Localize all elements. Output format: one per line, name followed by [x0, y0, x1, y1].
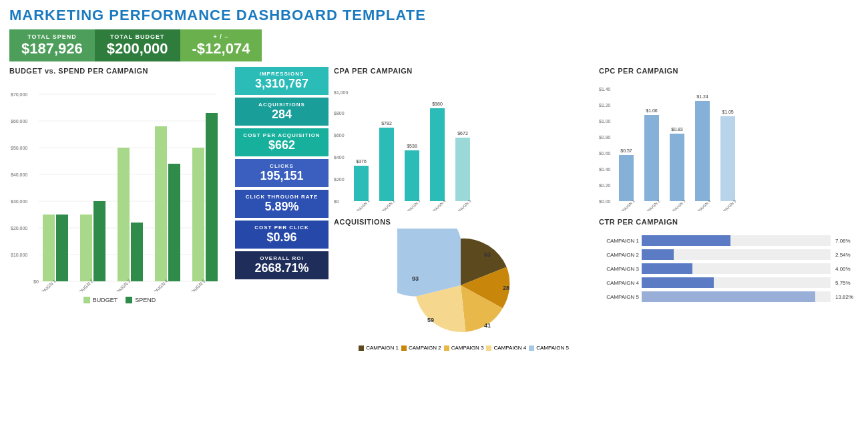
- svg-text:$40,000: $40,000: [11, 172, 27, 177]
- ctr-row-c3: CAMPAIGN 3 4.00%: [599, 263, 859, 274]
- svg-text:$538: $538: [407, 144, 417, 148]
- cpa-chart: $0 $200 $400 $600 $800 $1,000 $376 $782: [334, 78, 501, 211]
- svg-text:$0.40: $0.40: [599, 167, 611, 172]
- kpi-spend: TOTAL SPEND $187,926: [9, 29, 95, 61]
- metric-ctr: CLICK THROUGH RATE 5.89%: [235, 190, 329, 218]
- charts-row-1: CPA PER CAMPAIGN $0 $200 $400 $600 $800 …: [334, 67, 859, 214]
- svg-text:$376: $376: [356, 159, 367, 164]
- svg-text:$672: $672: [457, 131, 468, 136]
- ctr-row-c2: CAMPAIGN 2 2.54%: [599, 249, 859, 260]
- svg-text:$0.80: $0.80: [599, 135, 611, 140]
- ctr-row-c4: CAMPAIGN 4 5.75%: [599, 277, 859, 288]
- budget-color: [83, 297, 90, 303]
- svg-text:$50,000: $50,000: [11, 146, 27, 150]
- pie-legend: CAMPAIGN 1 CAMPAIGN 2 CAMPAIGN 3: [359, 345, 569, 351]
- pie-legend-c1: CAMPAIGN 1: [359, 345, 399, 351]
- cpa-c5: [455, 138, 470, 201]
- bar-c5-spend: [206, 113, 218, 281]
- acquisitions-panel: ACQUISITIONS: [334, 218, 594, 351]
- legend-spend: SPEND: [126, 297, 156, 303]
- charts-row-2: ACQUISITIONS: [334, 218, 859, 351]
- svg-text:28: 28: [503, 285, 509, 291]
- ctr-bars: CAMPAIGN 1 7.06% CAMPAIGN 2 2.54%: [599, 229, 859, 302]
- svg-text:$0.57: $0.57: [620, 148, 632, 153]
- ctr-row-c1: CAMPAIGN 1 7.06%: [599, 235, 859, 246]
- cpa-c3: [405, 150, 419, 201]
- svg-text:$1.05: $1.05: [722, 110, 734, 114]
- bar-c3-spend: [131, 223, 143, 281]
- svg-text:$0.00: $0.00: [599, 199, 611, 204]
- svg-text:$0: $0: [334, 199, 339, 204]
- legend-budget: BUDGET: [83, 297, 118, 303]
- budget-spend-title: BUDGET vs. SPEND PER CAMPAIGN: [9, 67, 230, 75]
- metric-cpa: COST PER ACQUISITION $662: [235, 128, 329, 156]
- cpc-panel: CPC PER CAMPAIGN $0.00 $0.20 $0.40 $0.60…: [599, 67, 859, 214]
- bar-c4-spend: [168, 164, 180, 281]
- pie-container: 63 28 41 59 93 CAMPAIGN 1: [334, 229, 594, 351]
- right-section: CPA PER CAMPAIGN $0 $200 $400 $600 $800 …: [334, 67, 859, 351]
- page-title: MARKETING PERFORMANCE DASHBOARD TEMPLATE: [9, 7, 859, 24]
- kpi-boxes: TOTAL SPEND $187,926 TOTAL BUDGET $200,0…: [9, 29, 262, 61]
- bar-c2-spend: [93, 201, 105, 281]
- kpi-budget: TOTAL BUDGET $200,000: [95, 29, 180, 61]
- svg-text:$60,000: $60,000: [11, 119, 27, 124]
- metric-clicks: CLICKS 195,151: [235, 159, 329, 187]
- metric-impressions: IMPRESSIONS 3,310,767: [235, 67, 329, 95]
- cpa-c4: [430, 108, 445, 201]
- pie-chart: 63 28 41 59 93: [397, 229, 531, 342]
- svg-text:$400: $400: [334, 155, 345, 160]
- bar-c1-budget: [43, 215, 55, 281]
- pie-legend-c2: CAMPAIGN 2: [401, 345, 441, 351]
- bar-c4-budget: [155, 126, 167, 281]
- svg-text:41: 41: [484, 322, 491, 329]
- svg-text:$782: $782: [381, 121, 392, 126]
- svg-text:63: 63: [484, 251, 491, 258]
- ctr-row-c5: CAMPAIGN 5 13.82%: [599, 291, 859, 302]
- pie-legend-c3: CAMPAIGN 3: [444, 345, 484, 351]
- metric-acquisitions: ACQUISITIONS 284: [235, 98, 329, 126]
- cpc-chart: $0.00 $0.20 $0.40 $0.60 $0.80 $1.00 $1.2…: [599, 78, 766, 211]
- middle-section: IMPRESSIONS 3,310,767 ACQUISITIONS 284 C…: [235, 67, 329, 351]
- pie-legend-c5: CAMPAIGN 5: [529, 345, 569, 351]
- svg-text:$0.83: $0.83: [671, 127, 683, 132]
- svg-text:$0: $0: [33, 279, 39, 284]
- svg-text:$800: $800: [334, 111, 345, 116]
- svg-rect-47: [644, 115, 659, 201]
- dashboard: MARKETING PERFORMANCE DASHBOARD TEMPLATE…: [0, 0, 868, 421]
- svg-rect-45: [619, 155, 634, 201]
- svg-text:93: 93: [412, 275, 419, 282]
- budget-spend-chart: $0 $10,000 $20,000 $30,000 $40,000 $50,0…: [9, 78, 223, 291]
- svg-text:$1.06: $1.06: [646, 108, 658, 113]
- spend-color: [126, 297, 132, 303]
- cpa-panel: CPA PER CAMPAIGN $0 $200 $400 $600 $800 …: [334, 67, 594, 214]
- svg-text:$30,000: $30,000: [11, 199, 27, 204]
- svg-text:$1.00: $1.00: [599, 119, 611, 124]
- svg-rect-53: [720, 116, 735, 201]
- metric-roi: OVERALL ROI 2668.71%: [235, 251, 329, 279]
- budget-spend-legend: BUDGET SPEND: [9, 297, 230, 303]
- svg-text:$200: $200: [334, 177, 345, 182]
- svg-text:59: 59: [427, 317, 434, 323]
- svg-text:$980: $980: [432, 102, 443, 106]
- svg-text:$0.60: $0.60: [599, 151, 611, 156]
- kpi-diff: + / – -$12,074: [180, 29, 262, 61]
- svg-text:$70,000: $70,000: [11, 92, 27, 97]
- bar-c2-budget: [80, 215, 92, 281]
- svg-text:$1.40: $1.40: [599, 87, 611, 92]
- main-content: BUDGET vs. SPEND PER CAMPAIGN $0 $10,000…: [9, 67, 859, 351]
- bar-c3-budget: [118, 148, 130, 281]
- svg-text:$10,000: $10,000: [11, 253, 27, 257]
- svg-text:$20,000: $20,000: [11, 226, 27, 231]
- cpa-c1: [354, 166, 369, 201]
- svg-rect-49: [670, 134, 684, 201]
- left-section: BUDGET vs. SPEND PER CAMPAIGN $0 $10,000…: [9, 67, 230, 351]
- metric-cpc: COST PER CLICK $0.96: [235, 221, 329, 249]
- pie-legend-c4: CAMPAIGN 4: [486, 345, 526, 351]
- cpa-c2: [379, 128, 394, 201]
- svg-text:$1.20: $1.20: [599, 103, 611, 108]
- ctr-panel: CTR PER CAMPAIGN CAMPAIGN 1 7.06% CAMPAI…: [599, 218, 859, 351]
- svg-rect-51: [695, 101, 710, 201]
- bar-c5-budget: [192, 148, 204, 281]
- svg-text:$1.24: $1.24: [696, 94, 708, 99]
- top-row: TOTAL SPEND $187,926 TOTAL BUDGET $200,0…: [9, 29, 859, 61]
